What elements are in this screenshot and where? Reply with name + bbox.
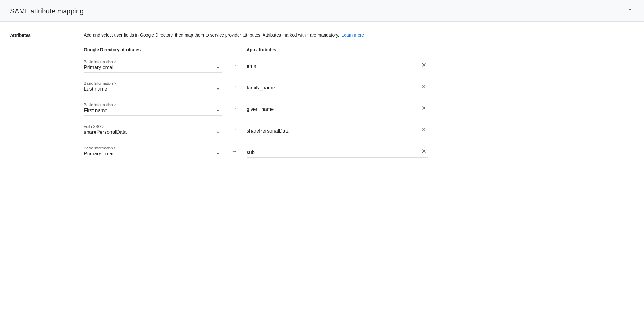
arrow-col-1: → — [222, 83, 247, 92]
table-row: Basic Information > First name ▾ → given… — [84, 103, 428, 118]
collapse-icon[interactable]: ⌃ — [626, 6, 634, 16]
google-col-header: Google Directory attributes — [84, 47, 222, 52]
google-attr-col-1: Basic Information > Last name ▾ — [84, 81, 222, 94]
attr-category-0: Basic Information > — [84, 60, 222, 64]
description-text: Add and select user fields in Google Dir… — [84, 32, 428, 38]
dropdown-arrow-4[interactable]: ▾ — [216, 151, 220, 157]
attr-dropdown-3[interactable]: sharePersonalData ▾ — [84, 129, 222, 137]
app-attr-value-1: family_name — [247, 85, 275, 91]
header-section: SAML attribute mapping ⌃ — [0, 0, 644, 22]
attr-dropdown-2[interactable]: First name ▾ — [84, 108, 222, 116]
google-attr-col-2: Basic Information > First name ▾ — [84, 103, 222, 116]
page-container: SAML attribute mapping ⌃ Attributes Add … — [0, 0, 644, 317]
google-attr-col-0: Basic Information > Primary email ▾ — [84, 60, 222, 73]
app-attr-col-1: family_name ✕ — [247, 83, 428, 93]
attr-value-1: Last name — [84, 86, 107, 92]
dropdown-arrow-3[interactable]: ▾ — [216, 129, 220, 135]
table-row: Voilà SSO > sharePersonalData ▾ → shareP… — [84, 124, 428, 140]
learn-more-link[interactable]: Learn more — [342, 33, 364, 38]
arrow-col-0: → — [222, 62, 247, 70]
table-row: Basic Information > Primary email ▾ → su… — [84, 146, 428, 161]
close-icon-4[interactable]: ✕ — [420, 147, 428, 155]
arrow-icon-4: → — [231, 148, 237, 155]
close-icon-1[interactable]: ✕ — [420, 83, 428, 91]
main-content: Attributes Add and select user fields in… — [0, 22, 644, 178]
attr-value-2: First name — [84, 108, 108, 113]
dropdown-arrow-1[interactable]: ▾ — [216, 86, 220, 92]
attr-value-0: Primary email — [84, 65, 115, 70]
arrow-col-2: → — [222, 105, 247, 113]
right-content: Add and select user fields in Google Dir… — [79, 32, 634, 168]
app-attr-col-0: email ✕ — [247, 61, 428, 71]
google-attr-col-3: Voilà SSO > sharePersonalData ▾ — [84, 124, 222, 137]
app-attr-value-0: email — [247, 63, 258, 69]
dropdown-arrow-0[interactable]: ▾ — [216, 65, 220, 70]
google-attr-col-4: Basic Information > Primary email ▾ — [84, 146, 222, 159]
app-attr-col-4: sub ✕ — [247, 147, 428, 158]
attr-category-2: Basic Information > — [84, 103, 222, 107]
page-title: SAML attribute mapping — [10, 7, 84, 15]
left-label: Attributes — [10, 32, 79, 168]
attr-category-3: Voilà SSO > — [84, 124, 222, 129]
description-main: Add and select user fields in Google Dir… — [84, 33, 339, 38]
attr-category-1: Basic Information > — [84, 81, 222, 86]
arrow-icon-1: → — [231, 83, 237, 90]
app-attr-col-3: sharePersonalData ✕ — [247, 126, 428, 136]
app-attr-value-3: sharePersonalData — [247, 128, 289, 134]
attributes-label: Attributes — [10, 33, 31, 38]
attr-dropdown-1[interactable]: Last name ▾ — [84, 86, 222, 94]
table-row: Basic Information > Last name ▾ → family… — [84, 81, 428, 97]
close-icon-3[interactable]: ✕ — [420, 126, 428, 134]
attr-dropdown-4[interactable]: Primary email ▾ — [84, 151, 222, 159]
app-attr-col-2: given_name ✕ — [247, 104, 428, 114]
close-icon-2[interactable]: ✕ — [420, 104, 428, 112]
attr-value-3: sharePersonalData — [84, 129, 127, 135]
arrow-icon-0: → — [231, 62, 237, 68]
attr-category-4: Basic Information > — [84, 146, 222, 150]
mapping-table: Google Directory attributes App attribut… — [84, 47, 428, 161]
dropdown-arrow-2[interactable]: ▾ — [216, 108, 220, 113]
arrow-col-3: → — [222, 127, 247, 135]
arrow-col-4: → — [222, 148, 247, 157]
arrow-icon-2: → — [231, 105, 237, 112]
app-attr-value-4: sub — [247, 150, 255, 155]
attr-value-4: Primary email — [84, 151, 115, 157]
close-icon-0[interactable]: ✕ — [420, 61, 428, 69]
table-row: Basic Information > Primary email ▾ → em… — [84, 60, 428, 75]
column-headers: Google Directory attributes App attribut… — [84, 47, 428, 55]
arrow-icon-3: → — [231, 127, 237, 133]
app-attr-value-2: given_name — [247, 107, 274, 112]
app-col-header: App attributes — [247, 47, 428, 52]
attr-dropdown-0[interactable]: Primary email ▾ — [84, 65, 222, 73]
